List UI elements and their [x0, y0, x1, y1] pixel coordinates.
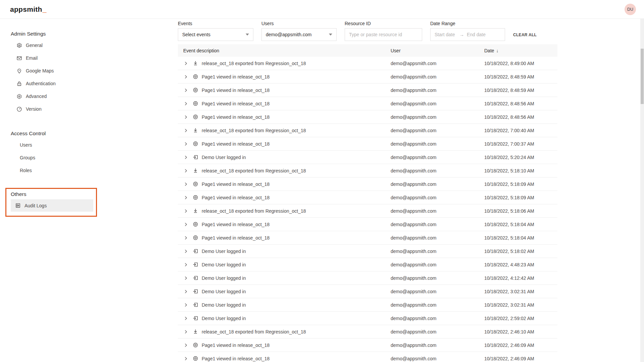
- event-description: release_oct_18 exported from Regression_…: [202, 329, 306, 334]
- table-body: release_oct_18 exported from Regression_…: [178, 57, 557, 362]
- event-user: demo@appsmith.com: [385, 101, 479, 106]
- chevron-right-icon[interactable]: [183, 88, 189, 93]
- arrow-right-icon: →: [459, 32, 464, 37]
- sidebar-section-admin-settings: Admin Settings General Email Google Maps: [0, 29, 145, 115]
- table-row[interactable]: release_oct_18 exported from Regression_…: [178, 204, 557, 218]
- login-icon: [193, 302, 198, 308]
- users-select-value: demo@appsmith.com: [266, 32, 311, 37]
- chevron-right-icon[interactable]: [183, 208, 189, 214]
- sidebar-item-label: Version: [26, 106, 42, 112]
- chevron-right-icon[interactable]: [183, 289, 189, 294]
- table-row[interactable]: Page1 viewed in release_oct_18 demo@apps…: [178, 218, 557, 231]
- login-icon: [193, 275, 198, 281]
- table-row[interactable]: Demo User logged in demo@appsmith.com 10…: [178, 271, 557, 285]
- sidebar-item-version[interactable]: Version: [0, 103, 145, 115]
- view-icon: [193, 74, 198, 80]
- table-row[interactable]: release_oct_18 exported from Regression_…: [178, 124, 557, 137]
- sidebar-item-authentication[interactable]: Authentication: [0, 77, 145, 90]
- chevron-right-icon[interactable]: [183, 329, 189, 334]
- start-date-input[interactable]: [435, 32, 457, 37]
- sidebar-item-label: Authentication: [26, 81, 56, 86]
- sidebar-item-users[interactable]: Users: [0, 139, 145, 151]
- chevron-right-icon[interactable]: [183, 114, 189, 120]
- view-icon: [193, 114, 198, 120]
- table-row[interactable]: Demo User logged in demo@appsmith.com 10…: [178, 298, 557, 312]
- column-header-date-label: Date: [484, 48, 494, 53]
- chevron-right-icon[interactable]: [183, 182, 189, 187]
- chevron-right-icon[interactable]: [183, 222, 189, 227]
- chevron-right-icon[interactable]: [183, 128, 189, 133]
- event-description: Page1 viewed in release_oct_18: [202, 343, 269, 348]
- sidebar-item-groups[interactable]: Groups: [0, 151, 145, 164]
- chevron-right-icon[interactable]: [183, 168, 189, 173]
- event-user: demo@appsmith.com: [385, 141, 479, 147]
- download-icon: [193, 60, 198, 66]
- table-row[interactable]: Demo User logged in demo@appsmith.com 10…: [178, 245, 557, 258]
- table-row[interactable]: Page1 viewed in release_oct_18 demo@apps…: [178, 110, 557, 124]
- sidebar-item-roles[interactable]: Roles: [0, 164, 145, 177]
- table-row[interactable]: Demo User logged in demo@appsmith.com 10…: [178, 258, 557, 271]
- events-select[interactable]: Select events: [178, 28, 253, 41]
- chevron-right-icon[interactable]: [183, 195, 189, 200]
- date-range-filter-label: Date Range: [430, 21, 505, 26]
- chevron-right-icon[interactable]: [183, 101, 189, 106]
- table-row[interactable]: Demo User logged in demo@appsmith.com 10…: [178, 285, 557, 298]
- chevron-right-icon[interactable]: [183, 141, 189, 147]
- table-row[interactable]: Page1 viewed in release_oct_18 demo@apps…: [178, 70, 557, 84]
- scrollbar-thumb[interactable]: [641, 49, 644, 104]
- chevron-right-icon[interactable]: [183, 262, 189, 267]
- chevron-right-icon[interactable]: [183, 61, 189, 66]
- table-row[interactable]: Page1 viewed in release_oct_18 demo@apps…: [178, 339, 557, 352]
- chevron-right-icon[interactable]: [183, 343, 189, 348]
- event-description: Demo User logged in: [202, 302, 246, 308]
- event-user: demo@appsmith.com: [385, 275, 479, 281]
- event-user: demo@appsmith.com: [385, 61, 479, 66]
- table-row[interactable]: Page1 viewed in release_oct_18 demo@apps…: [178, 352, 557, 362]
- login-icon: [193, 289, 198, 294]
- chevron-right-icon[interactable]: [183, 302, 189, 308]
- sidebar-item-audit-logs[interactable]: Audit Logs: [11, 199, 93, 212]
- sidebar-section-others: Others Audit Logs: [0, 189, 145, 212]
- table-row[interactable]: Page1 viewed in release_oct_18 demo@apps…: [178, 177, 557, 191]
- event-user: demo@appsmith.com: [385, 249, 479, 254]
- table-row[interactable]: Page1 viewed in release_oct_18 demo@apps…: [178, 191, 557, 204]
- event-date: 10/18/2022, 5:18:02 AM: [479, 249, 557, 254]
- chevron-right-icon[interactable]: [183, 235, 189, 241]
- event-description: Demo User logged in: [202, 316, 246, 321]
- sidebar-item-label: General: [26, 43, 43, 48]
- chevron-right-icon[interactable]: [183, 249, 189, 254]
- avatar[interactable]: DU: [625, 4, 636, 15]
- lock-icon: [16, 81, 22, 87]
- table-row[interactable]: release_oct_18 exported from Regression_…: [178, 325, 557, 339]
- clear-all-button[interactable]: CLEAR ALL: [513, 33, 537, 37]
- download-icon: [193, 208, 198, 214]
- table-row[interactable]: Page1 viewed in release_oct_18 demo@apps…: [178, 84, 557, 97]
- end-date-input[interactable]: [467, 32, 489, 37]
- sidebar-item-email[interactable]: Email: [0, 52, 145, 64]
- chevron-right-icon[interactable]: [183, 356, 189, 361]
- sidebar-item-advanced[interactable]: Advanced: [0, 90, 145, 103]
- chevron-right-icon[interactable]: [183, 316, 189, 321]
- view-icon: [193, 342, 198, 348]
- chevron-right-icon[interactable]: [183, 275, 189, 281]
- sidebar-item-google-maps[interactable]: Google Maps: [0, 64, 145, 77]
- table-row[interactable]: release_oct_18 exported from Regression_…: [178, 57, 557, 70]
- chevron-right-icon[interactable]: [183, 74, 189, 80]
- sidebar-item-general[interactable]: General: [0, 39, 145, 52]
- chevron-right-icon[interactable]: [183, 155, 189, 160]
- table-row[interactable]: Demo User logged in demo@appsmith.com 10…: [178, 151, 557, 164]
- resource-id-input[interactable]: [349, 32, 418, 37]
- table-row[interactable]: Page1 viewed in release_oct_18 demo@apps…: [178, 137, 557, 151]
- event-description: Page1 viewed in release_oct_18: [202, 235, 269, 241]
- table-row[interactable]: release_oct_18 exported from Regression_…: [178, 164, 557, 177]
- event-date: 10/18/2022, 7:00:40 AM: [479, 128, 557, 133]
- sidebar-item-label: Google Maps: [26, 68, 54, 73]
- table-row[interactable]: Demo User logged in demo@appsmith.com 10…: [178, 312, 557, 325]
- event-date: 10/18/2022, 2:46:09 AM: [479, 356, 557, 361]
- table-row[interactable]: Page1 viewed in release_oct_18 demo@apps…: [178, 97, 557, 110]
- users-select[interactable]: demo@appsmith.com: [261, 28, 337, 41]
- table-row[interactable]: Page1 viewed in release_oct_18 demo@apps…: [178, 231, 557, 245]
- column-header-date[interactable]: Date ↓: [479, 48, 557, 53]
- event-description: Demo User logged in: [202, 249, 246, 254]
- event-date: 10/18/2022, 5:18:10 AM: [479, 168, 557, 173]
